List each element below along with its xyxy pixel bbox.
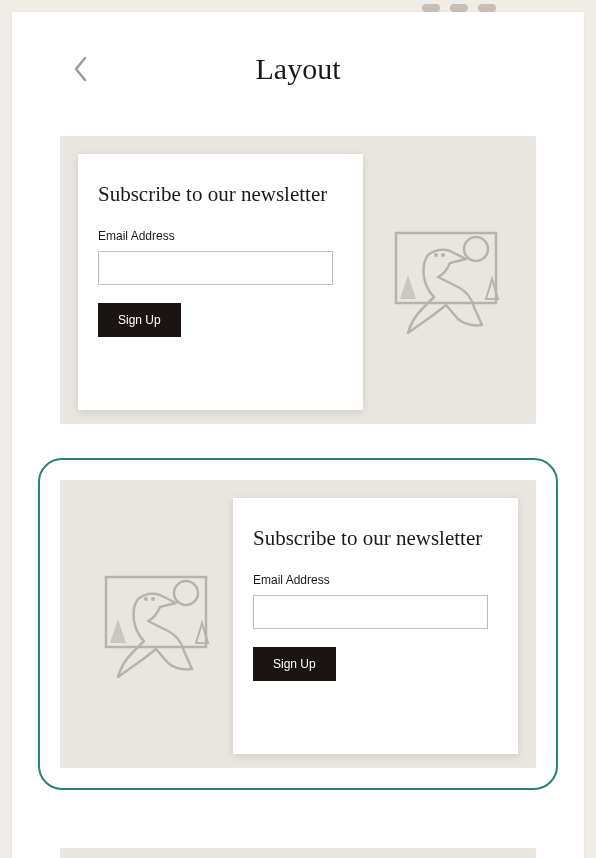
signup-button-preview: Sign Up (253, 647, 336, 681)
svg-point-3 (441, 253, 445, 257)
layout-option-form-right[interactable]: Subscribe to our newsletter Email Addres… (60, 480, 536, 768)
form-preview: Subscribe to our newsletter Email Addres… (233, 498, 518, 754)
email-input-preview (253, 595, 488, 629)
email-label: Email Address (98, 229, 343, 243)
layout-option-partial[interactable] (60, 848, 536, 858)
svg-point-6 (144, 597, 148, 601)
email-label: Email Address (253, 573, 498, 587)
chevron-left-icon (72, 54, 90, 84)
svg-point-7 (151, 597, 155, 601)
form-preview: Subscribe to our newsletter Email Addres… (78, 154, 363, 410)
svg-point-1 (464, 237, 488, 261)
layout-option-form-left[interactable]: Subscribe to our newsletter Email Addres… (60, 136, 536, 424)
panel-header: Layout (42, 52, 554, 86)
svg-point-5 (174, 581, 198, 605)
bird-illustration-icon (88, 559, 228, 689)
signup-button-preview: Sign Up (98, 303, 181, 337)
svg-point-2 (434, 253, 438, 257)
back-button[interactable] (72, 54, 90, 84)
bird-illustration-icon (378, 215, 518, 345)
layout-panel: Layout Subscribe to our newsletter Email… (12, 12, 584, 858)
form-heading: Subscribe to our newsletter (253, 526, 498, 551)
email-input-preview (98, 251, 333, 285)
form-heading: Subscribe to our newsletter (98, 182, 343, 207)
page-title: Layout (42, 52, 554, 86)
